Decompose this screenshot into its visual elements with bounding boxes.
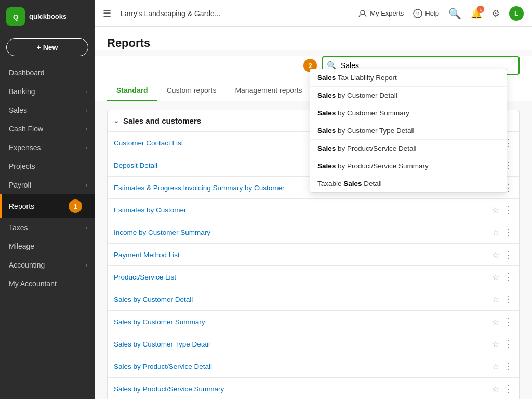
report-actions: ☆ ⋮	[492, 361, 513, 372]
chevron-icon: ›	[86, 145, 87, 151]
report-name: Sales by Product/Service Summary	[114, 385, 224, 393]
section-chevron-icon[interactable]: ⌄	[114, 117, 119, 125]
search-input-wrap: 🔍 Sales Tax Liability Report Sales by Cu…	[322, 56, 520, 75]
star-icon[interactable]: ☆	[492, 339, 499, 349]
more-icon[interactable]: ⋮	[503, 316, 513, 327]
page-title: Reports	[107, 36, 520, 50]
search-dropdown-scroll: Sales Tax Liability Report Sales by Cust…	[310, 69, 507, 192]
report-actions: ☆ ⋮	[492, 249, 513, 260]
main-content: ☰ Larry's Landscaping & Garde... My Expe…	[95, 0, 532, 399]
section-title: Sales and customers	[123, 116, 201, 125]
report-name: Estimates & Progress Invoicing Summary b…	[114, 184, 285, 192]
sidebar-item-expenses[interactable]: Expenses ›	[0, 138, 95, 157]
topbar-actions: My Experts ? Help 🔍 🔔 1 ⚙ L	[358, 6, 524, 21]
more-icon[interactable]: ⋮	[503, 271, 513, 283]
my-experts-button[interactable]: My Experts	[358, 9, 404, 18]
table-row[interactable]: Sales by Customer Summary ☆ ⋮	[108, 311, 519, 333]
table-row[interactable]: Sales by Product/Service Summary ☆ ⋮	[108, 378, 519, 399]
table-row[interactable]: Income by Customer Summary ☆ ⋮	[108, 221, 519, 244]
dropdown-item-3[interactable]: Sales by Customer Type Detail	[310, 122, 507, 140]
dropdown-item-2[interactable]: Sales by Customer Summary	[310, 104, 507, 122]
dropdown-item-5[interactable]: Sales by Product/Service Summary	[310, 157, 507, 175]
dropdown-item-4[interactable]: Sales by Product/Service Detail	[310, 140, 507, 157]
report-actions: ☆ ⋮	[492, 271, 513, 283]
star-icon[interactable]: ☆	[492, 384, 499, 394]
notification-badge: 1	[477, 6, 484, 13]
page-header: Reports	[95, 27, 532, 50]
search-icon[interactable]: 🔍	[448, 7, 461, 20]
chevron-icon: ›	[86, 262, 87, 268]
report-name: Deposit Detail	[114, 162, 157, 169]
report-name: Income by Customer Summary	[114, 229, 210, 236]
chevron-icon: ›	[86, 108, 87, 113]
sidebar-item-reports[interactable]: Reports 1	[0, 194, 95, 218]
tab-custom-reports[interactable]: Custom reports	[157, 81, 226, 101]
more-icon[interactable]: ⋮	[503, 338, 513, 350]
report-actions: ☆ ⋮	[492, 204, 513, 216]
table-row[interactable]: Payment Method List ☆ ⋮	[108, 244, 519, 266]
table-row[interactable]: Estimates by Customer ☆ ⋮	[108, 199, 519, 221]
star-icon[interactable]: ☆	[492, 272, 499, 282]
dropdown-item-1[interactable]: Sales by Customer Detail	[310, 87, 507, 104]
table-row[interactable]: Product/Service List ☆ ⋮	[108, 266, 519, 288]
sidebar-item-my-accountant[interactable]: My Accountant	[0, 274, 95, 293]
more-icon[interactable]: ⋮	[503, 227, 513, 238]
sidebar-item-dashboard[interactable]: Dashboard	[0, 63, 95, 82]
report-actions: ☆ ⋮	[492, 338, 513, 350]
star-icon[interactable]: ☆	[492, 250, 499, 260]
report-actions: ☆ ⋮	[492, 316, 513, 327]
sidebar-item-payroll[interactable]: Payroll ›	[0, 176, 95, 194]
tab-management-reports[interactable]: Management reports	[225, 81, 311, 101]
more-icon[interactable]: ⋮	[503, 361, 513, 372]
more-icon[interactable]: ⋮	[503, 294, 513, 305]
star-icon[interactable]: ☆	[492, 295, 499, 304]
sidebar-logo: Q quickbooks	[0, 0, 95, 33]
svg-text:Q: Q	[13, 13, 18, 21]
star-icon[interactable]: ☆	[492, 317, 499, 327]
dropdown-item-0[interactable]: Sales Tax Liability Report	[310, 69, 507, 87]
star-icon[interactable]: ☆	[492, 228, 499, 237]
table-row[interactable]: Sales by Customer Detail ☆ ⋮	[108, 288, 519, 311]
hamburger-icon[interactable]: ☰	[103, 8, 111, 19]
sidebar-item-sales[interactable]: Sales ›	[0, 101, 95, 119]
report-name: Payment Method List	[114, 251, 180, 259]
report-actions: ☆ ⋮	[492, 383, 513, 394]
star-icon[interactable]: ☆	[492, 205, 499, 215]
report-name: Sales by Customer Type Detail	[114, 340, 210, 348]
company-name: Larry's Landscaping & Garde...	[121, 9, 352, 18]
step-badge-1: 1	[69, 200, 82, 213]
experts-icon	[358, 9, 367, 18]
chevron-icon: ›	[86, 126, 87, 132]
help-icon: ?	[413, 9, 422, 18]
sidebar-item-mileage[interactable]: Mileage	[0, 237, 95, 256]
sidebar-item-banking[interactable]: Banking ›	[0, 82, 95, 101]
search-dropdown: Sales Tax Liability Report Sales by Cust…	[310, 69, 507, 193]
report-name: Product/Service List	[114, 273, 176, 281]
more-icon[interactable]: ⋮	[503, 204, 513, 216]
new-button[interactable]: + New	[6, 38, 88, 56]
report-actions: ☆ ⋮	[492, 227, 513, 238]
sidebar-item-taxes[interactable]: Taxes ›	[0, 218, 95, 237]
table-row[interactable]: Sales by Customer Type Detail ☆ ⋮	[108, 333, 519, 355]
sidebar-item-accounting[interactable]: Accounting ›	[0, 256, 95, 274]
quickbooks-logo: Q	[6, 7, 25, 26]
user-avatar[interactable]: L	[509, 6, 524, 21]
report-name: Customer Contact List	[114, 139, 183, 147]
topbar: ☰ Larry's Landscaping & Garde... My Expe…	[95, 0, 532, 27]
report-name: Sales by Customer Summary	[114, 318, 205, 326]
settings-icon[interactable]: ⚙	[491, 8, 500, 19]
notifications-icon[interactable]: 🔔 1	[471, 8, 482, 19]
table-row[interactable]: Sales by Product/Service Detail ☆ ⋮	[108, 355, 519, 378]
sidebar-item-cashflow[interactable]: Cash Flow ›	[0, 119, 95, 138]
star-icon[interactable]: ☆	[492, 362, 499, 371]
help-button[interactable]: ? Help	[413, 9, 439, 18]
chevron-icon: ›	[86, 225, 87, 231]
more-icon[interactable]: ⋮	[503, 383, 513, 394]
tab-standard[interactable]: Standard	[107, 81, 157, 101]
sidebar-item-projects[interactable]: Projects	[0, 157, 95, 176]
chevron-icon: ›	[86, 182, 87, 188]
more-icon[interactable]: ⋮	[503, 249, 513, 260]
chevron-icon: ›	[86, 89, 87, 95]
report-name: Estimates by Customer	[114, 206, 187, 214]
dropdown-item-6[interactable]: Taxable Sales Detail	[310, 175, 507, 192]
